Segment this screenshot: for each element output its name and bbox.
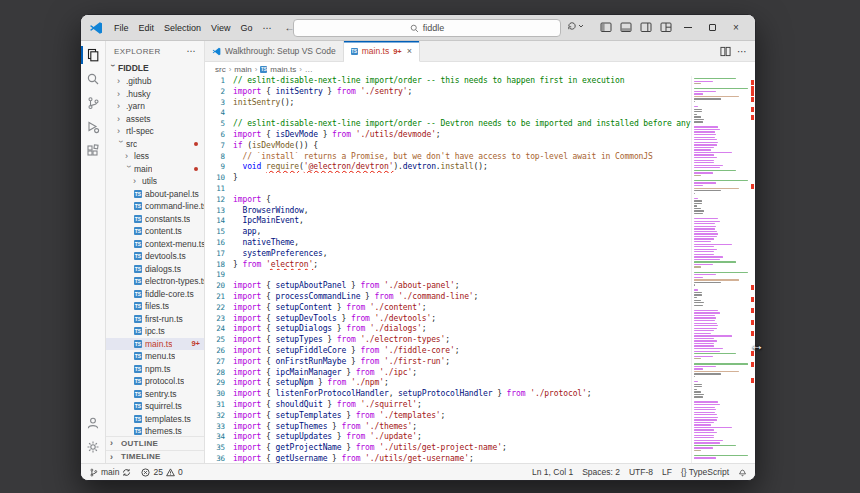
- tree-item-electron-types-ts[interactable]: TSelectron-types.ts: [106, 275, 204, 288]
- breadcrumb-overflow[interactable]: …: [305, 65, 313, 74]
- code-line[interactable]: 21import { processCommandLine } from './…: [205, 292, 691, 303]
- tree-item-squirrel-ts[interactable]: TSsquirrel.ts: [106, 400, 204, 413]
- code-line[interactable]: 3initSentry();: [205, 98, 691, 109]
- split-editor-icon[interactable]: [720, 46, 731, 57]
- timeline-section[interactable]: › TIMELINE: [106, 450, 204, 464]
- code-line[interactable]: 4: [205, 108, 691, 119]
- code-line[interactable]: 18} from 'electron';: [205, 260, 691, 271]
- tree-item-less[interactable]: ›less: [106, 150, 204, 163]
- code-line[interactable]: 30import { listenForProtocolHandler, set…: [205, 389, 691, 400]
- tree-item-sentry-ts[interactable]: TSsentry.ts: [106, 388, 204, 401]
- activitybar-search[interactable]: [81, 67, 105, 91]
- indentation[interactable]: Spaces: 2: [582, 467, 620, 477]
- code-line[interactable]: 29import { setupNpm } from './npm';: [205, 378, 691, 389]
- tree-item-themes-ts[interactable]: TSthemes.ts: [106, 425, 204, 436]
- breadcrumb-file[interactable]: main.ts: [270, 65, 296, 74]
- minimap-content[interactable]: [691, 76, 749, 463]
- code-line[interactable]: 17 systemPreferences,: [205, 249, 691, 260]
- tree-item-main-ts[interactable]: TSmain.ts9+: [106, 338, 204, 351]
- activitybar-source-control[interactable]: [81, 91, 105, 115]
- outline-section[interactable]: › OUTLINE: [106, 436, 204, 450]
- toggle-sidebar-icon[interactable]: [597, 18, 615, 38]
- minimize-button[interactable]: [677, 16, 699, 40]
- tree-item-about-panel-ts[interactable]: TSabout-panel.ts: [106, 188, 204, 201]
- more-actions-icon[interactable]: ⋯: [187, 46, 196, 56]
- tree-item-assets[interactable]: ›assets: [106, 113, 204, 126]
- tree-item--husky[interactable]: ›.husky: [106, 88, 204, 101]
- code-line[interactable]: 10}: [205, 173, 691, 184]
- customize-layout-icon[interactable]: [657, 18, 675, 38]
- code-line[interactable]: 32import { setupTemplates } from './temp…: [205, 411, 691, 422]
- tree-item-menu-ts[interactable]: TSmenu.ts: [106, 350, 204, 363]
- code-line[interactable]: 34import { setupUpdates } from './update…: [205, 432, 691, 443]
- code-line[interactable]: 12import {: [205, 195, 691, 206]
- tree-item--yarn[interactable]: ›.yarn: [106, 100, 204, 113]
- code-line[interactable]: 36import { getUsername } from './utils/g…: [205, 454, 691, 463]
- code-line[interactable]: 8 // `install` returns a Promise, but we…: [205, 152, 691, 163]
- code-line[interactable]: 6import { isDevMode } from './utils/devm…: [205, 130, 691, 141]
- maximize-button[interactable]: [701, 16, 723, 40]
- tree-item-npm-ts[interactable]: TSnpm.ts: [106, 363, 204, 376]
- code-line[interactable]: 25import { setupTypes } from './electron…: [205, 335, 691, 346]
- encoding[interactable]: UTF-8: [629, 467, 653, 477]
- code-line[interactable]: 24import { setupDialogs } from './dialog…: [205, 324, 691, 335]
- code-line[interactable]: 23import { setupDevTools } from './devto…: [205, 314, 691, 325]
- code-line[interactable]: 31import { shouldQuit } from './squirrel…: [205, 400, 691, 411]
- code-line[interactable]: 9 void require('@electron/devtron').devt…: [205, 162, 691, 173]
- toggle-secondary-sidebar-icon[interactable]: [637, 18, 655, 38]
- close-button[interactable]: ×: [725, 16, 747, 40]
- tree-item-context-menu-ts[interactable]: TScontext-menu.ts: [106, 238, 204, 251]
- activitybar-accounts[interactable]: [81, 411, 105, 435]
- refresh-dropdown[interactable]: [567, 21, 584, 31]
- code-editor[interactable]: 1// eslint-disable-next-line import/orde…: [205, 76, 691, 463]
- code-line[interactable]: 7if (isDevMode()) {: [205, 141, 691, 152]
- code-line[interactable]: 14 IpcMainEvent,: [205, 216, 691, 227]
- tree-item-devtools-ts[interactable]: TSdevtools.ts: [106, 250, 204, 263]
- tree-item-rtl-spec[interactable]: ›rtl-spec: [106, 125, 204, 138]
- menu-view[interactable]: View: [206, 21, 235, 35]
- tree-item-utils[interactable]: ›utils: [106, 175, 204, 188]
- close-icon[interactable]: ×: [407, 46, 412, 56]
- code-line[interactable]: 5// eslint-disable-next-line import/orde…: [205, 119, 691, 130]
- menu-file[interactable]: File: [109, 21, 134, 35]
- tree-item-protocol-ts[interactable]: TSprotocol.ts: [106, 375, 204, 388]
- code-line[interactable]: 33import { setupThemes } from './themes'…: [205, 422, 691, 433]
- tree-item-fiddle-core-ts[interactable]: TSfiddle-core.ts: [106, 288, 204, 301]
- code-line[interactable]: 11: [205, 184, 691, 195]
- code-line[interactable]: 28import { ipcMainManager } from './ipc'…: [205, 368, 691, 379]
- breadcrumb-main[interactable]: main: [234, 65, 251, 74]
- tree-item--github[interactable]: ›.github: [106, 75, 204, 88]
- code-line[interactable]: 35import { getProjectName } from './util…: [205, 443, 691, 454]
- activitybar-explorer[interactable]: [81, 43, 105, 67]
- code-line[interactable]: 20import { setupAboutPanel } from './abo…: [205, 281, 691, 292]
- tree-item-constants-ts[interactable]: TSconstants.ts: [106, 213, 204, 226]
- cursor-position[interactable]: Ln 1, Col 1: [532, 467, 573, 477]
- activitybar-run-debug[interactable]: [81, 115, 105, 139]
- tree-item-templates-ts[interactable]: TStemplates.ts: [106, 413, 204, 426]
- code-line[interactable]: 27import { onFirstRunMaybe } from './fir…: [205, 357, 691, 368]
- tree-item-main[interactable]: ›main: [106, 163, 204, 176]
- language-mode[interactable]: {} TypeScript: [681, 467, 729, 477]
- eol-sequence[interactable]: LF: [662, 467, 672, 477]
- tree-item-fiddle[interactable]: ›FIDDLE: [106, 61, 204, 75]
- tab-walkthrough[interactable]: Walkthrough: Setup VS Code: [205, 41, 344, 61]
- tree-item-src[interactable]: ›src: [106, 138, 204, 151]
- code-line[interactable]: 15 app,: [205, 227, 691, 238]
- code-line[interactable]: 13 BrowserWindow,: [205, 206, 691, 217]
- toggle-panel-icon[interactable]: [617, 18, 635, 38]
- problems-status[interactable]: 25 0: [141, 467, 182, 477]
- code-line[interactable]: 1// eslint-disable-next-line import/orde…: [205, 76, 691, 87]
- tree-item-files-ts[interactable]: TSfiles.ts: [106, 300, 204, 313]
- activitybar-settings[interactable]: [81, 435, 105, 459]
- tree-item-ipc-ts[interactable]: TSipc.ts: [106, 325, 204, 338]
- code-line[interactable]: 26import { setupFiddleCore } from './fid…: [205, 346, 691, 357]
- menu-selection[interactable]: Selection: [159, 21, 206, 35]
- menu-edit[interactable]: Edit: [134, 21, 160, 35]
- tree-item-first-run-ts[interactable]: TSfirst-run.ts: [106, 313, 204, 326]
- tab-main-ts[interactable]: TS main.ts 9+ ×: [344, 41, 420, 62]
- menu-[interactable]: ⋯: [257, 21, 276, 35]
- breadcrumb-src[interactable]: src: [215, 65, 226, 74]
- code-line[interactable]: 16 nativeTheme,: [205, 238, 691, 249]
- activitybar-extensions[interactable]: [81, 139, 105, 163]
- branch-status[interactable]: main: [89, 467, 131, 478]
